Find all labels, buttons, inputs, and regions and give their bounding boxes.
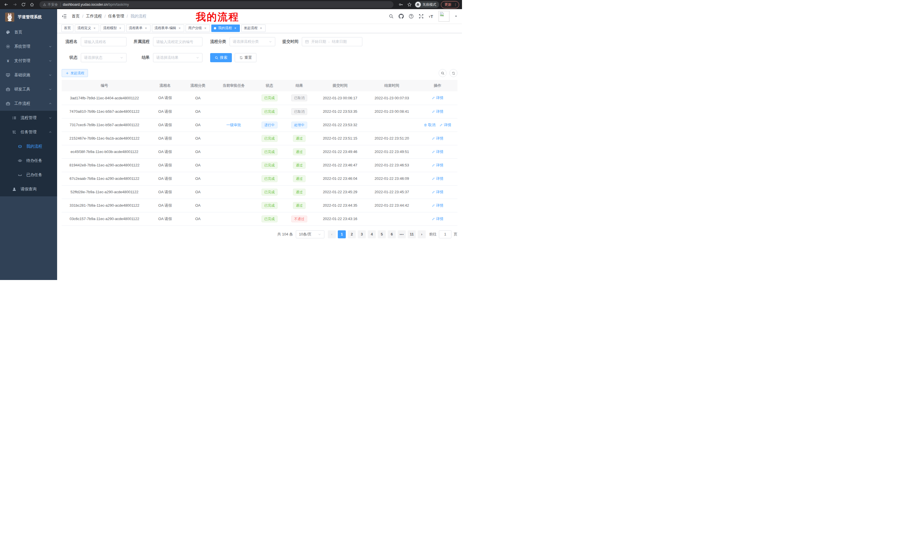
sidebar-item-my-process[interactable]: 我的流程 <box>0 139 57 154</box>
pager-prev[interactable]: ‹ <box>328 231 336 238</box>
bookmark-star-button[interactable] <box>406 1 413 8</box>
reset-button[interactable]: 重置 <box>235 53 256 62</box>
tab-user-group[interactable]: 用户分组 × <box>186 24 210 32</box>
detail-link[interactable]: 详情 <box>440 123 451 127</box>
sidebar-item-infrastructure[interactable]: 基础设施 <box>0 68 57 82</box>
tab-process-form[interactable]: 流程表单 × <box>126 24 150 32</box>
submit-time-range[interactable]: 开始日期 - 结束日期 <box>302 37 362 46</box>
start-process-button[interactable]: 发起流程 <box>62 69 88 77</box>
detail-link[interactable]: 详情 <box>432 109 444 114</box>
browser-home-button[interactable] <box>28 1 35 8</box>
show-search-button[interactable] <box>439 69 447 77</box>
sidebar-toggle-icon[interactable] <box>62 13 67 19</box>
sidebar-item-done-tasks[interactable]: 已办任务 <box>0 168 57 182</box>
pager-page-2[interactable]: 2 <box>348 231 356 238</box>
breadcrumb-task-management[interactable]: 任务管理 <box>108 14 124 19</box>
pager-page-4[interactable]: 4 <box>368 231 376 238</box>
detail-link[interactable]: 详情 <box>432 95 444 100</box>
dashboard-icon <box>6 30 10 34</box>
tab-process-form-edit[interactable]: 流程表单-编辑 × <box>152 24 184 32</box>
tab-close-icon[interactable]: × <box>203 26 207 30</box>
detail-link[interactable]: 详情 <box>432 163 444 168</box>
detail-link[interactable]: 详情 <box>432 190 444 195</box>
sidebar-item-process-management[interactable]: 流程管理 <box>0 111 57 125</box>
detail-link[interactable]: 详情 <box>432 216 444 222</box>
process-definition-input[interactable] <box>153 37 202 46</box>
address-bar[interactable]: 不安全 dashboard.yudao.iocoder.cn/bpm/task/… <box>39 1 393 8</box>
password-key-button[interactable] <box>398 1 404 8</box>
breadcrumb-home[interactable]: 首页 <box>72 14 80 19</box>
pager-more[interactable]: ••• <box>398 231 406 238</box>
tab-close-icon[interactable]: × <box>118 26 122 30</box>
tab-process-model[interactable]: 流程模型 × <box>100 24 125 32</box>
sidebar-item-task-management[interactable]: 任务管理 <box>0 125 57 139</box>
sidebar-item-home[interactable]: 首页 <box>0 25 57 39</box>
sidebar-item-payment-management[interactable]: ¥ 支付管理 <box>0 54 57 68</box>
page-size-select[interactable]: 10条/页 <box>296 231 324 238</box>
tab-process-definition[interactable]: 流程定义 × <box>75 24 99 32</box>
cell-category: OA <box>183 185 213 199</box>
result-select[interactable]: 请选择流结果 <box>153 53 202 62</box>
github-icon[interactable] <box>399 14 404 19</box>
sidebar-item-leave-query[interactable]: 请假查询 <box>0 182 57 196</box>
cell-current-task <box>213 132 254 145</box>
detail-link[interactable]: 详情 <box>432 149 444 154</box>
tab-close-icon[interactable]: × <box>259 26 263 30</box>
chrome-update-button[interactable]: 更新 <box>441 1 459 8</box>
user-menu-caret-icon[interactable] <box>454 15 458 18</box>
cell-status: 已完成 <box>255 172 284 185</box>
font-size-icon[interactable]: TT <box>429 14 434 19</box>
tab-close-icon[interactable]: × <box>178 26 182 30</box>
avatar[interactable] <box>439 11 449 22</box>
app-logo[interactable]: 芋道管理系统 <box>0 9 57 25</box>
sidebar-item-system-management[interactable]: 系统管理 <box>0 39 57 54</box>
process-name-input[interactable] <box>81 37 126 46</box>
detail-link[interactable]: 详情 <box>432 176 444 181</box>
sidebar-item-todo-tasks[interactable]: 待办任务 <box>0 154 57 168</box>
tab-home[interactable]: 首页 <box>62 24 74 32</box>
status-label: 状态 <box>62 55 77 60</box>
sidebar-item-workflow[interactable]: 工作流程 <box>0 96 57 111</box>
fullscreen-icon[interactable] <box>418 14 424 19</box>
refresh-table-button[interactable] <box>449 69 458 77</box>
cell-end-time <box>366 118 418 132</box>
search-button[interactable]: 搜索 <box>210 53 232 62</box>
tab-label: 流程表单 <box>129 26 142 30</box>
header-search-icon[interactable] <box>388 14 394 19</box>
tab-close-icon[interactable]: × <box>144 26 148 30</box>
submit-time-label: 提交时间 <box>282 39 298 44</box>
sidebar-item-dev-tools[interactable]: 研发工具 <box>0 82 57 96</box>
browser-reload-button[interactable] <box>20 1 27 8</box>
pager-page-1[interactable]: 1 <box>338 231 346 238</box>
detail-link[interactable]: 详情 <box>432 136 444 141</box>
cell-actions: 详情 <box>418 159 458 172</box>
goto-page-input[interactable] <box>439 231 452 238</box>
cell-status: 已完成 <box>255 105 284 118</box>
current-task-link[interactable]: 一级审批 <box>226 123 241 127</box>
tab-close-icon[interactable]: × <box>233 26 237 30</box>
table-row: 2152467e-7b9b-11ec-9a1b-acde48001122 OA … <box>62 132 458 145</box>
security-chip[interactable]: 不安全 <box>43 2 58 7</box>
detail-link[interactable]: 详情 <box>432 203 444 208</box>
browser-back-button[interactable] <box>3 1 10 8</box>
cancel-link[interactable]: 取消 <box>424 123 435 127</box>
breadcrumb-workflow[interactable]: 工作流程 <box>86 14 102 19</box>
pager-next[interactable]: › <box>418 231 426 238</box>
pager-page-5[interactable]: 5 <box>378 231 386 238</box>
cell-name: OA 请假 <box>147 185 183 199</box>
category-select[interactable]: 请选择流程分类 <box>230 37 275 46</box>
help-icon[interactable] <box>409 14 414 19</box>
pager-page-3[interactable]: 3 <box>358 231 366 238</box>
cell-id: ec45f38f-7b9a-11ec-b03b-acde48001122 <box>62 145 147 159</box>
pager-page-11[interactable]: 11 <box>408 231 416 238</box>
tab-close-icon[interactable]: × <box>93 26 96 30</box>
cell-current-task <box>213 212 254 226</box>
cell-name: OA 请假 <box>147 212 183 226</box>
pager-page-6[interactable]: 6 <box>388 231 396 238</box>
status-select[interactable]: 请选择状态 <box>81 53 126 62</box>
tab-start-process[interactable]: 发起流程 × <box>241 24 266 32</box>
tab-my-process[interactable]: 我的流程 × <box>211 24 240 32</box>
browser-forward-button[interactable] <box>11 1 18 8</box>
chevron-down-icon <box>196 56 199 59</box>
cell-status: 已完成 <box>255 132 284 145</box>
